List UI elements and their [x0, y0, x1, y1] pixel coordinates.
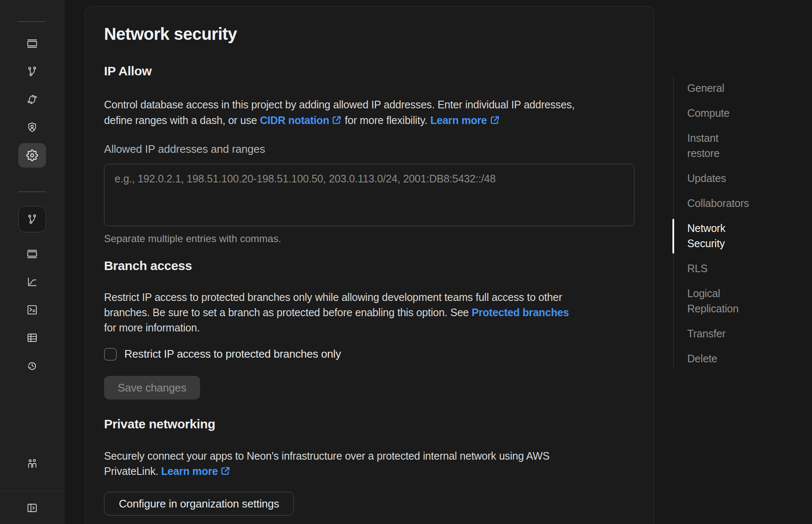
shield-user-icon [26, 121, 38, 133]
external-link-icon [329, 114, 342, 126]
neon-console-page: { "colors": { "link": "#4594f8", "active… [0, 0, 812, 524]
protected-branches-link[interactable]: Protected branches [472, 306, 569, 318]
settings-nav-item-delete[interactable]: Delete [687, 351, 749, 366]
sidebar-panel-button[interactable] [18, 31, 46, 56]
text: define ranges with a dash, or use [104, 114, 260, 126]
collapse-sidebar-icon [26, 502, 38, 514]
text: Securely connect your apps to Neon's inf… [104, 450, 549, 462]
save-changes-button[interactable]: Save changes [104, 376, 200, 400]
panel-icon [26, 38, 38, 50]
settings-nav-item-logical-replication[interactable]: LogicalReplication [687, 286, 749, 316]
sidebar-divider [18, 21, 46, 22]
sidebar-sql-editor-button[interactable] [18, 298, 46, 322]
history-icon [26, 360, 38, 372]
external-link-icon [487, 114, 500, 126]
text: Restrict IP access to protected branches… [104, 291, 562, 303]
settings-icon [26, 149, 38, 161]
settings-nav-active-marker [672, 219, 674, 254]
sidebar-divider [0, 491, 64, 491]
text: branches. Be sure to set a branch as pro… [104, 306, 472, 318]
sidebar-shield-user-button[interactable] [18, 115, 46, 140]
sidebar-people-button[interactable] [18, 451, 46, 476]
configure-org-settings-button[interactable]: Configure in organization settings [104, 492, 294, 516]
settings-nav-item-instant-restore[interactable]: Instantrestore [687, 130, 749, 161]
settings-nav-item-collaborators[interactable]: Collaborators [687, 196, 749, 211]
settings-nav-item-network-security[interactable]: NetworkSecurity [687, 221, 749, 251]
branch-access-heading: Branch access [104, 259, 192, 273]
tables-icon [26, 332, 38, 344]
private-networking-description: Securely connect your apps to Neon's inf… [104, 448, 549, 479]
settings-nav-item-updates[interactable]: Updates [687, 171, 749, 186]
restore-icon [26, 94, 38, 105]
allowed-ip-input[interactable] [104, 164, 634, 226]
sidebar-branch-button[interactable] [18, 206, 46, 232]
page-title: Network security [104, 25, 237, 44]
restrict-ip-checkbox-label: Restrict IP access to protected branches… [124, 347, 341, 361]
sidebar-tables-button[interactable] [18, 325, 46, 350]
branch-icon [26, 66, 38, 77]
text: for more flexibility. [342, 114, 430, 126]
monitoring-icon [26, 276, 38, 288]
ip-allow-description: Control database access in this project … [104, 97, 575, 128]
learn-more-link[interactable]: Learn more [161, 465, 230, 477]
settings-nav-item-transfer[interactable]: Transfer [687, 326, 749, 341]
external-link-icon [218, 465, 230, 477]
sidebar-settings-button[interactable] [18, 143, 46, 168]
text: for more information. [104, 322, 200, 334]
learn-more-link[interactable]: Learn more [430, 114, 499, 126]
sidebar-divider [18, 191, 46, 192]
sidebar-panel-button[interactable] [18, 242, 46, 266]
private-networking-heading: Private networking [104, 417, 215, 431]
text: PrivateLink. [104, 465, 161, 477]
sidebar-restore-button[interactable] [18, 87, 46, 112]
sidebar-monitoring-button[interactable] [18, 270, 46, 294]
branch-access-description: Restrict IP access to protected branches… [104, 290, 569, 335]
allowed-ip-label: Allowed IP addresses and ranges [104, 143, 265, 156]
sql-editor-icon [26, 304, 38, 316]
settings-nav-item-general[interactable]: General [687, 80, 749, 96]
restrict-ip-checkbox-row[interactable]: Restrict IP access to protected branches… [104, 347, 341, 361]
icon-sidebar [0, 0, 64, 524]
sidebar-collapse-sidebar-button[interactable] [18, 496, 46, 520]
settings-nav: GeneralComputeInstantrestoreUpdatesColla… [687, 80, 749, 366]
sidebar-history-button[interactable] [18, 353, 46, 378]
branch-icon [26, 213, 38, 225]
text: Control database access in this project … [104, 99, 575, 110]
sidebar-branch-button[interactable] [18, 59, 46, 84]
settings-nav-item-compute[interactable]: Compute [687, 105, 749, 121]
ip-allow-heading: IP Allow [104, 64, 152, 78]
ip-input-helper-text: Separate multiple entries with commas. [104, 233, 281, 245]
settings-nav-item-rls[interactable]: RLS [687, 261, 749, 276]
panel-icon [26, 248, 38, 260]
cidr-notation-link[interactable]: CIDR notation [260, 114, 342, 126]
network-security-card: Network security IP Allow Control databa… [85, 6, 654, 524]
people-icon [26, 458, 38, 469]
restrict-ip-checkbox[interactable] [104, 348, 117, 361]
